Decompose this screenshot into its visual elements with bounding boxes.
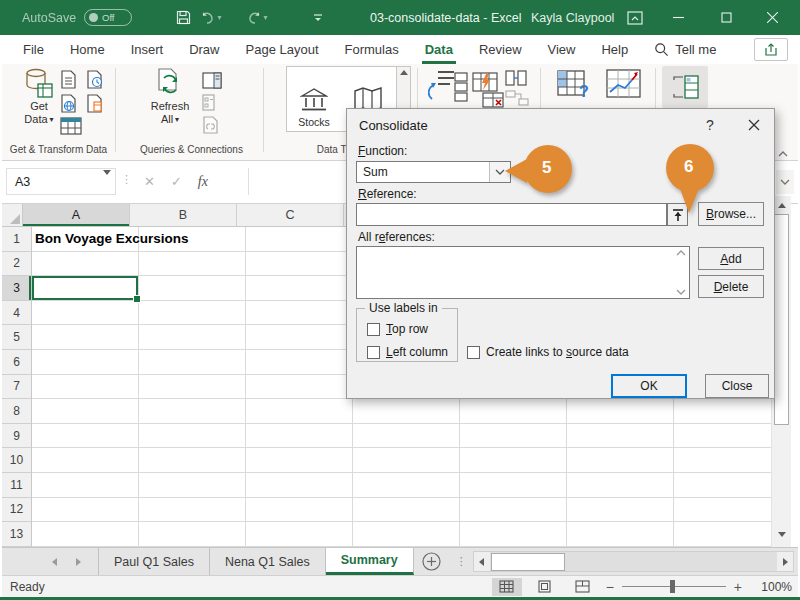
cell-F13[interactable] [567,522,674,547]
cell-C4[interactable] [246,301,353,326]
from-text-icon[interactable] [60,70,77,89]
collapse-ribbon-button[interactable] [778,143,788,161]
cell-E13[interactable] [460,522,567,547]
reference-input[interactable] [356,203,667,226]
cancel-formula-icon[interactable]: ✕ [144,174,155,189]
cell-C12[interactable] [246,498,353,523]
add-button[interactable]: Add [698,247,764,270]
vertical-scroll-thumb[interactable] [774,214,789,425]
undo-button[interactable]: ▾ [198,0,224,35]
scroll-down-button[interactable] [772,525,792,543]
tab-review[interactable]: Review [466,35,535,64]
cell-E12[interactable] [460,498,567,523]
cell-D11[interactable] [353,473,460,498]
column-header-C[interactable]: C [237,204,344,227]
cell-A1[interactable]: Bon Voyage Excursions [32,227,139,252]
cell-A3[interactable] [32,276,139,301]
page-layout-view-button[interactable] [530,578,560,596]
close-button[interactable]: Close [705,374,769,398]
cell-E11[interactable] [460,473,567,498]
row-header-9[interactable]: 9 [2,424,32,449]
tab-file[interactable]: File [10,35,57,64]
row-header-3[interactable]: 3 [2,276,32,301]
data-type-stocks[interactable]: Stocks [287,67,341,131]
zoom-in-button[interactable]: + [734,579,742,595]
tab-draw[interactable]: Draw [176,35,232,64]
cell-A9[interactable] [32,424,139,449]
close-window-button[interactable] [752,0,792,35]
cell-C8[interactable] [246,399,353,424]
row-header-7[interactable]: 7 [2,375,32,400]
tab-formulas[interactable]: Formulas [332,35,412,64]
cell-A5[interactable] [32,325,139,350]
cell-B6[interactable] [139,350,246,375]
cell-B7[interactable] [139,375,246,400]
cell-B2[interactable] [139,252,246,277]
cell-C6[interactable] [246,350,353,375]
from-table-range-icon[interactable] [86,94,103,113]
row-header-8[interactable]: 8 [2,399,32,424]
row-header-12[interactable]: 12 [2,498,32,523]
text-to-columns-icon[interactable] [505,70,527,86]
cell-B3[interactable] [139,276,246,301]
autosave-toggle[interactable]: Off [84,9,132,26]
zoom-out-button[interactable]: − [606,579,614,595]
cell-B1[interactable] [139,227,246,252]
horizontal-scrollbar[interactable] [473,551,794,572]
existing-connections-icon[interactable] [60,117,82,135]
remove-duplicates-icon[interactable] [482,92,504,108]
top-row-checkbox[interactable] [367,323,380,336]
left-column-checkbox[interactable] [367,346,380,359]
cell-B8[interactable] [139,399,246,424]
column-header-B[interactable]: B [130,204,237,227]
sheet-bar-splitter[interactable]: ⋮ [450,548,473,575]
create-links-checkbox-row[interactable]: Create links to source data [467,345,629,359]
row-header-13[interactable]: 13 [2,522,32,547]
cell-A4[interactable] [32,301,139,326]
minimize-button[interactable] [658,0,698,35]
cell-A7[interactable] [32,375,139,400]
horizontal-scroll-thumb[interactable] [491,553,565,571]
cell-C13[interactable] [246,522,353,547]
tab-page-layout[interactable]: Page Layout [233,35,332,64]
cell-C11[interactable] [246,473,353,498]
cell-D10[interactable] [353,448,460,473]
cell-A12[interactable] [32,498,139,523]
cell-B4[interactable] [139,301,246,326]
zoom-slider[interactable] [622,586,726,587]
sheet-tab-paul-q1-sales[interactable]: Paul Q1 Sales [99,548,210,575]
get-data-button[interactable]: Get Data▾ [16,68,62,126]
row-header-5[interactable]: 5 [2,325,32,350]
top-row-checkbox-row[interactable]: Top row [367,322,428,336]
share-button[interactable] [754,38,788,61]
scroll-up-button[interactable] [772,196,792,214]
cell-G12[interactable] [674,498,772,523]
tab-help[interactable]: Help [588,35,641,64]
cell-C10[interactable] [246,448,353,473]
cell-D8[interactable] [353,399,460,424]
normal-view-button[interactable] [492,578,522,596]
cell-G9[interactable] [674,424,772,449]
row-header-2[interactable]: 2 [2,252,32,277]
cell-A8[interactable] [32,399,139,424]
row-header-10[interactable]: 10 [2,448,32,473]
row-header-1[interactable]: 1 [2,227,32,252]
cell-G11[interactable] [674,473,772,498]
cell-C2[interactable] [246,252,353,277]
dialog-close-button[interactable] [741,114,767,135]
select-all-corner[interactable] [2,204,23,227]
next-sheet-button[interactable] [66,548,90,575]
cell-A10[interactable] [32,448,139,473]
tab-home[interactable]: Home [57,35,118,64]
all-references-listbox[interactable] [356,246,690,299]
tab-data[interactable]: Data [412,35,466,64]
cell-A11[interactable] [32,473,139,498]
row-header-11[interactable]: 11 [2,473,32,498]
maximize-button[interactable] [706,0,746,35]
row-header-6[interactable]: 6 [2,350,32,375]
cell-G8[interactable] [674,399,772,424]
cell-C5[interactable] [246,325,353,350]
ribbon-display-options-button[interactable] [622,0,648,35]
row-header-4[interactable]: 4 [2,301,32,326]
name-box[interactable]: A3 [6,168,116,195]
